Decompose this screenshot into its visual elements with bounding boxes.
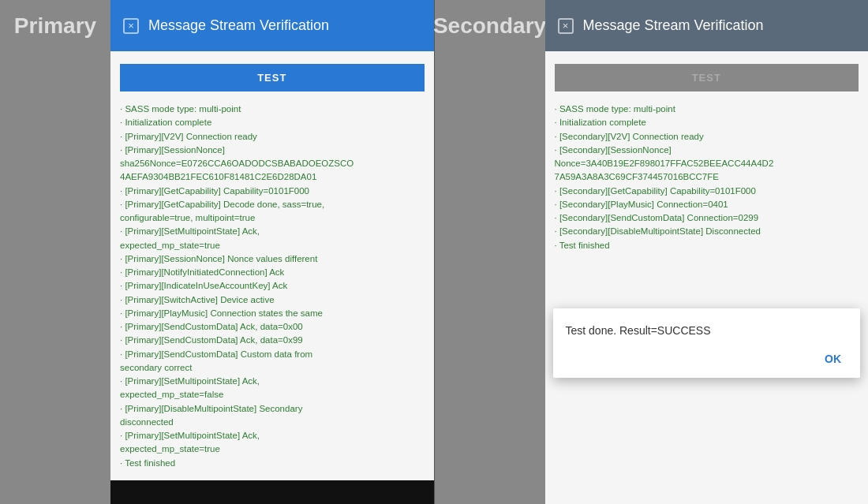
secondary-dialog-header: × Message Stream Verification — [545, 0, 869, 51]
primary-dialog-body: TEST · SASS mode type: multi-point · Ini… — [110, 51, 434, 504]
primary-dialog-header: × Message Stream Verification — [110, 0, 434, 51]
secondary-title: Secondary — [433, 13, 546, 39]
secondary-log: · SASS mode type: multi-point · Initiali… — [555, 103, 859, 252]
secondary-dialog-title: Message Stream Verification — [583, 17, 764, 34]
primary-dialog: × Message Stream Verification TEST · SAS… — [110, 0, 434, 504]
secondary-test-button: TEST — [555, 64, 859, 91]
primary-close-button[interactable]: × — [123, 18, 139, 34]
primary-dialog-title: Message Stream Verification — [148, 17, 329, 34]
ok-button-container: OK — [566, 349, 848, 368]
success-message: Test done. Result=SUCCESS — [566, 324, 848, 337]
primary-title: Primary — [14, 13, 96, 39]
primary-bottom-bar — [110, 480, 434, 504]
secondary-label: Secondary — [435, 0, 545, 51]
secondary-panel: Secondary × Message Stream Verification … — [435, 0, 869, 504]
primary-log: · SASS mode type: multi-point · Initiali… — [120, 103, 425, 470]
secondary-dialog: × Message Stream Verification TEST · SAS… — [545, 0, 869, 504]
primary-test-button[interactable]: TEST — [120, 64, 425, 91]
primary-label: Primary — [0, 0, 110, 51]
secondary-dialog-body: TEST · SASS mode type: multi-point · Ini… — [545, 51, 869, 504]
success-dialog: Test done. Result=SUCCESS OK — [553, 308, 861, 378]
ok-button[interactable]: OK — [818, 349, 847, 368]
primary-panel: Primary × Message Stream Verification TE… — [0, 0, 434, 504]
secondary-close-button[interactable]: × — [558, 18, 574, 34]
